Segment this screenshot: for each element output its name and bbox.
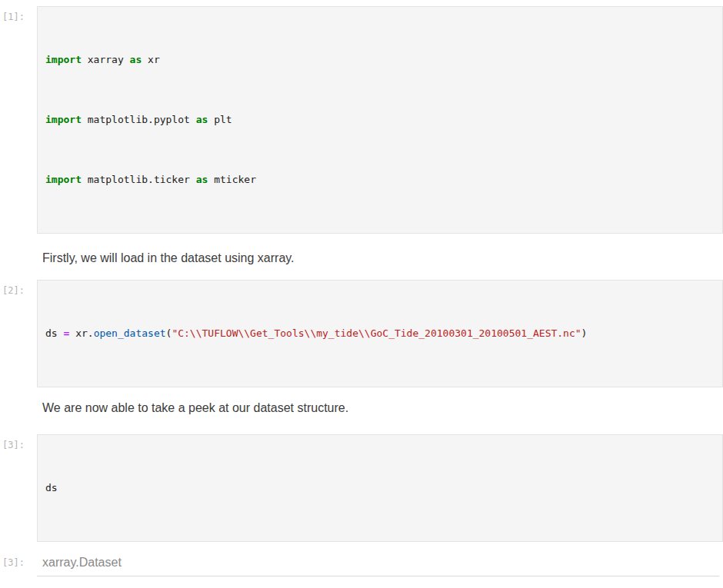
code-cell-1: [1]: import xarray as xr import matplotl…	[0, 6, 723, 234]
code-cell-2: [2]: ds = xr.open_dataset("C:\\TUFLOW\\G…	[0, 280, 723, 387]
markdown-text: Firstly, we will load in the dataset usi…	[42, 251, 723, 266]
dataset-title: xarray.Dataset	[37, 555, 719, 570]
code-line: import xarray as xr	[45, 50, 716, 70]
code-editor[interactable]: import xarray as xr import matplotlib.py…	[37, 6, 723, 234]
input-prompt: [3]:	[0, 434, 37, 450]
input-prompt: [1]:	[0, 6, 37, 22]
xarray-dataset-repr: xarray.Dataset ► Dimensions: (time: 5857…	[37, 555, 719, 588]
code-line: import matplotlib.pyplot as plt	[45, 110, 716, 130]
code-line: import matplotlib.ticker as mticker	[45, 170, 716, 190]
divider	[37, 576, 719, 576]
code-editor[interactable]: ds	[37, 434, 723, 542]
code-cell-3: [3]: ds	[0, 434, 723, 542]
markdown-text: We are now able to take a peek at our da…	[42, 400, 723, 416]
code-line: ds	[45, 478, 716, 498]
code-line: ds = xr.open_dataset("C:\\TUFLOW\\Get_To…	[45, 324, 716, 344]
code-editor[interactable]: ds = xr.open_dataset("C:\\TUFLOW\\Get_To…	[37, 280, 723, 387]
output-prompt: [3]:	[0, 555, 37, 568]
input-prompt: [2]:	[0, 280, 37, 296]
output-area: [3]: xarray.Dataset ► Dimensions: (time:…	[0, 555, 723, 588]
